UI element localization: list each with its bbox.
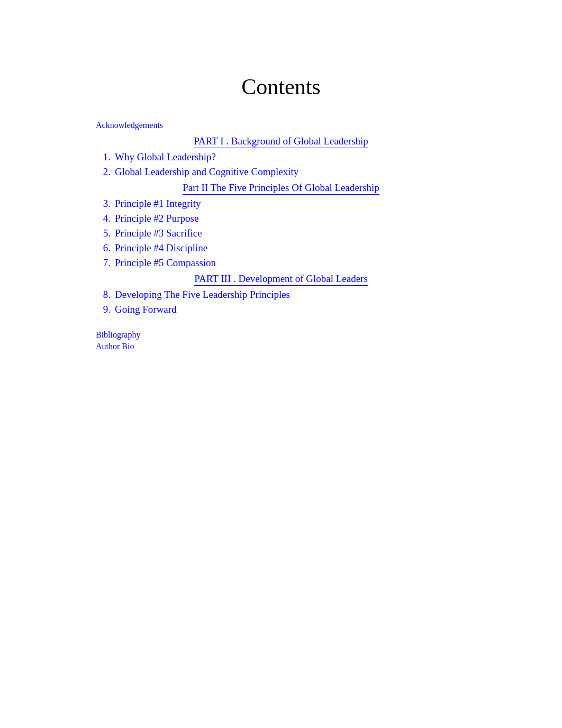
- chapter-8-row: 8. Developing The Five Leadership Princi…: [96, 289, 466, 301]
- chapter-4-link[interactable]: Principle #2 Purpose: [115, 213, 198, 224]
- bibliography-link[interactable]: Bibliography: [96, 330, 140, 339]
- chapter-6-number: 6.: [96, 242, 111, 254]
- part1-link[interactable]: PART I . Background of Global Leadership: [194, 135, 368, 148]
- chapter-9-number: 9.: [96, 304, 111, 315]
- bibliography-row[interactable]: Bibliography: [96, 330, 466, 340]
- chapter-6-link[interactable]: Principle #4 Discipline: [115, 242, 207, 254]
- chapter-8-number: 8.: [96, 289, 111, 301]
- chapter-1-number: 1.: [96, 151, 111, 163]
- chapter-2-link[interactable]: Global Leadership and Cognitive Complexi…: [115, 166, 298, 178]
- chapter-7-row: 7. Principle #5 Compassion: [96, 257, 466, 269]
- chapter-9-link[interactable]: Going Forward: [115, 304, 177, 315]
- chapter-3-link[interactable]: Principle #1 Integrity: [115, 198, 201, 210]
- part3-link[interactable]: PART III . Development of Global Leaders: [194, 273, 368, 286]
- chapter-2-row: 2. Global Leadership and Cognitive Compl…: [96, 166, 466, 178]
- chapter-5-number: 5.: [96, 228, 111, 239]
- chapter-6-row: 6. Principle #4 Discipline: [96, 242, 466, 254]
- chapter-2-number: 2.: [96, 166, 111, 178]
- part2-link[interactable]: Part II The Five Principles Of Global Le…: [183, 182, 379, 195]
- bibliography-section: Bibliography Author Bio: [96, 330, 466, 351]
- chapter-1-row: 1. Why Global Leadership?: [96, 151, 466, 163]
- author-bio-row[interactable]: Author Bio: [96, 342, 466, 351]
- chapter-7-number: 7.: [96, 257, 111, 269]
- chapter-4-number: 4.: [96, 213, 111, 224]
- chapter-5-link[interactable]: Principle #3 Sacrifice: [115, 228, 202, 239]
- acknowledgements-link[interactable]: Acknowledgements: [96, 121, 163, 130]
- acknowledgements-row[interactable]: Acknowledgements: [96, 121, 466, 130]
- chapter-9-row: 9. Going Forward: [96, 304, 466, 315]
- chapter-3-number: 3.: [96, 198, 111, 210]
- chapter-8-link[interactable]: Developing The Five Leadership Principle…: [115, 289, 290, 301]
- chapter-1-link[interactable]: Why Global Leadership?: [115, 151, 216, 163]
- page-title: Contents: [96, 74, 466, 99]
- chapter-5-row: 5. Principle #3 Sacrifice: [96, 228, 466, 239]
- part1-row[interactable]: PART I . Background of Global Leadership: [96, 135, 466, 147]
- page-container: Contents Acknowledgements PART I . Backg…: [96, 74, 466, 728]
- chapter-3-row: 3. Principle #1 Integrity: [96, 198, 466, 210]
- part2-row[interactable]: Part II The Five Principles Of Global Le…: [96, 182, 466, 194]
- chapter-4-row: 4. Principle #2 Purpose: [96, 213, 466, 224]
- chapter-7-link[interactable]: Principle #5 Compassion: [115, 257, 216, 269]
- part3-row[interactable]: PART III . Development of Global Leaders: [96, 273, 466, 285]
- author-bio-link[interactable]: Author Bio: [96, 342, 134, 351]
